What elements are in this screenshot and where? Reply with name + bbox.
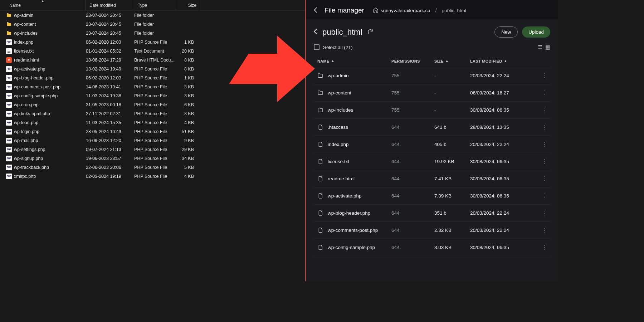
file-size: - xyxy=(434,107,470,113)
table-row[interactable]: wp-includes755-30/08/2024, 06:35⋮ xyxy=(314,102,550,119)
file-date: 31-05-2023 00:18 xyxy=(86,102,134,107)
col-name[interactable]: NAME▲ xyxy=(314,59,391,63)
file-date: 06-02-2020 12:03 xyxy=(86,75,134,80)
table-row[interactable]: index.php644405 b20/03/2024, 22:24⋮ xyxy=(314,136,550,153)
col-permissions[interactable]: PERMISSIONS xyxy=(391,59,434,63)
hpanel-filemanager: File manager sunnyvaletrailerpark.ca / p… xyxy=(306,0,558,281)
select-all[interactable]: Select all (21) xyxy=(314,44,353,50)
table-row[interactable]: license.txt64419.92 KB30/08/2024, 06:35⋮ xyxy=(314,153,550,170)
windows-explorer: ▲ Name Date modified Type Size wp-admin2… xyxy=(0,0,306,281)
checkbox-icon[interactable] xyxy=(314,44,319,50)
col-modified[interactable]: LAST MODIFIED▲ xyxy=(470,59,538,63)
row-actions-icon[interactable]: ⋮ xyxy=(538,210,550,216)
table-row[interactable]: PHPwp-cron.php31-05-2023 00:18PHP Source… xyxy=(0,100,305,109)
table-row[interactable]: PHPwp-settings.php09-07-2024 21:13PHP So… xyxy=(0,145,305,154)
file-permissions: 644 xyxy=(391,228,434,233)
file-size: 19.92 KB xyxy=(434,159,470,164)
table-row[interactable]: license.txt01-01-2024 05:32Text Document… xyxy=(0,47,305,55)
col-size[interactable]: Size xyxy=(175,0,200,10)
file-size: 7.41 KB xyxy=(434,176,470,181)
row-actions-icon[interactable]: ⋮ xyxy=(538,227,550,234)
table-row[interactable]: wp-includes23-07-2024 20:45File folder xyxy=(0,29,305,38)
upload-button[interactable]: Upload xyxy=(522,26,550,38)
table-row[interactable]: wp-content755-06/09/2024, 16:27⋮ xyxy=(314,84,550,102)
col-date[interactable]: Date modified xyxy=(86,0,134,10)
file-name: license.txt xyxy=(14,49,34,54)
file-size: 3 KB xyxy=(175,84,200,89)
file-modified: 28/08/2024, 13:35 xyxy=(470,125,538,130)
file-permissions: 644 xyxy=(391,125,434,130)
dir-back-icon[interactable] xyxy=(314,28,317,36)
breadcrumb: File manager sunnyvaletrailerpark.ca / p… xyxy=(306,0,558,19)
file-size: 641 b xyxy=(434,125,470,130)
table-row[interactable]: PHPwp-load.php11-03-2024 15:35PHP Source… xyxy=(0,118,305,127)
php-file-icon: PHP xyxy=(6,102,12,108)
table-row[interactable]: PHPwp-links-opml.php27-11-2022 02:31PHP … xyxy=(0,109,305,118)
row-actions-icon[interactable]: ⋮ xyxy=(538,89,550,96)
table-row[interactable]: PHPwp-config-sample.php11-03-2024 19:38P… xyxy=(0,91,305,100)
table-row[interactable]: PHPindex.php06-02-2020 12:03PHP Source F… xyxy=(0,38,305,47)
home-icon xyxy=(373,7,379,14)
table-row[interactable]: wp-content23-07-2024 20:45File folder xyxy=(0,20,305,29)
row-actions-icon[interactable]: ⋮ xyxy=(538,141,550,148)
file-date: 01-01-2024 05:32 xyxy=(86,49,134,54)
row-actions-icon[interactable]: ⋮ xyxy=(538,107,550,113)
file-size: 7.39 KB xyxy=(434,193,470,199)
table-row[interactable]: PHPwp-trackback.php22-06-2023 20:06PHP S… xyxy=(0,163,305,172)
file-modified: 20/03/2024, 22:24 xyxy=(470,142,538,147)
file-size: 4 KB xyxy=(175,120,200,125)
file-permissions: 644 xyxy=(391,142,434,147)
sort-icon: ▲ xyxy=(504,59,507,63)
folder-icon xyxy=(317,107,323,113)
row-actions-icon[interactable]: ⋮ xyxy=(538,158,550,165)
table-row[interactable]: PHPwp-activate.php13-02-2024 19:49PHP So… xyxy=(0,64,305,73)
col-name[interactable]: ▲ Name xyxy=(0,0,86,10)
table-row[interactable]: wp-activate.php6447.39 KB30/08/2024, 06:… xyxy=(314,187,550,205)
col-name-label: Name xyxy=(9,3,21,8)
file-size: 3 KB xyxy=(175,93,200,98)
php-file-icon: PHP xyxy=(6,165,12,170)
row-actions-icon[interactable]: ⋮ xyxy=(538,192,550,199)
row-actions-icon[interactable]: ⋮ xyxy=(538,175,550,182)
file-date: 23-07-2024 20:45 xyxy=(86,13,134,18)
file-name: wp-links-opml.php xyxy=(14,111,50,116)
table-row[interactable]: readme.html6447.41 KB30/08/2024, 06:35⋮ xyxy=(314,170,550,187)
table-row[interactable]: PHPwp-signup.php19-06-2023 23:57PHP Sour… xyxy=(0,154,305,163)
table-row[interactable]: ♥readme.html18-06-2024 17:29Brave HTML D… xyxy=(0,55,305,64)
table-row[interactable]: PHPxmlrpc.php02-03-2024 19:19PHP Source … xyxy=(0,172,305,181)
refresh-icon[interactable] xyxy=(367,28,374,36)
row-actions-icon[interactable]: ⋮ xyxy=(538,244,550,251)
table-row[interactable]: wp-comments-post.php6442.32 KB20/03/2024… xyxy=(314,222,550,239)
table-row[interactable]: wp-admin23-07-2024 20:45File folder xyxy=(0,11,305,20)
breadcrumb-home[interactable]: sunnyvaletrailerpark.ca xyxy=(373,7,430,14)
col-type[interactable]: Type xyxy=(134,0,175,10)
page-title: File manager xyxy=(325,6,364,14)
file-name: .htaccess xyxy=(328,125,348,130)
table-row[interactable]: wp-admin755-20/03/2024, 22:24⋮ xyxy=(314,67,550,84)
list-view-icon[interactable]: ☰ xyxy=(538,44,542,50)
explorer-header: ▲ Name Date modified Type Size xyxy=(0,0,305,11)
grid-view-icon[interactable]: ▦ xyxy=(545,44,550,50)
file-name: wp-blog-header.php xyxy=(328,210,370,216)
file-size: 9 KB xyxy=(175,138,200,143)
table-row[interactable]: PHPwp-login.php28-05-2024 16:43PHP Sourc… xyxy=(0,127,305,136)
file-type: PHP Source File xyxy=(134,84,175,89)
new-button[interactable]: New xyxy=(494,26,518,38)
file-size: 20 KB xyxy=(175,49,200,54)
col-size[interactable]: SIZE▲ xyxy=(434,59,470,63)
row-actions-icon[interactable]: ⋮ xyxy=(538,72,550,79)
table-row[interactable]: PHPwp-blog-header.php06-02-2020 12:03PHP… xyxy=(0,73,305,82)
table-row[interactable]: wp-config-sample.php6443.03 KB30/08/2024… xyxy=(314,239,550,256)
row-actions-icon[interactable]: ⋮ xyxy=(538,124,550,131)
file-size: 4 KB xyxy=(175,174,200,179)
col-date-label: Date modified xyxy=(89,3,116,8)
folder-icon xyxy=(6,30,12,36)
table-row[interactable]: PHPwp-mail.php16-09-2023 12:20PHP Source… xyxy=(0,136,305,145)
table-row[interactable]: PHPwp-comments-post.php14-06-2023 19:41P… xyxy=(0,82,305,91)
back-icon[interactable] xyxy=(314,7,319,14)
table-row[interactable]: .htaccess644641 b28/08/2024, 13:35⋮ xyxy=(314,119,550,136)
file-type: File folder xyxy=(134,31,175,36)
file-size: 8 KB xyxy=(175,67,200,72)
table-row[interactable]: wp-blog-header.php644351 b20/03/2024, 22… xyxy=(314,205,550,222)
file-permissions: 755 xyxy=(391,90,434,96)
